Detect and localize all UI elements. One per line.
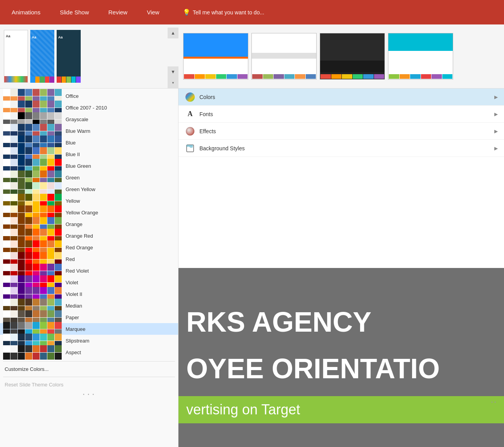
swatch-4-0 bbox=[3, 136, 10, 143]
color-scheme-item-21[interactable]: Slipstream bbox=[0, 335, 178, 346]
swatch-8-4 bbox=[33, 182, 40, 189]
swatch-8-5 bbox=[40, 182, 47, 189]
scroll-down-button[interactable]: ▼ bbox=[168, 66, 178, 77]
swatch-15-6 bbox=[47, 264, 54, 271]
theme-thumbnail-3[interactable]: Aa bbox=[56, 29, 80, 83]
swatch-12-7 bbox=[55, 229, 62, 236]
color-scheme-item-5[interactable]: Blue II bbox=[0, 148, 178, 160]
theme-thumbnail-2[interactable]: Aa bbox=[29, 29, 54, 83]
swatch-8-2 bbox=[18, 182, 25, 189]
tab-slideshow[interactable]: Slide Show bbox=[56, 6, 93, 19]
color-scheme-item-8[interactable]: Green Yellow bbox=[0, 183, 178, 195]
swatch-11-6 bbox=[47, 217, 54, 224]
swatch-4-4 bbox=[33, 136, 40, 143]
swatch-16-6 bbox=[47, 275, 54, 282]
swatch-4-6 bbox=[47, 136, 54, 143]
swatch-20-6 bbox=[47, 322, 54, 329]
big-thumb-white[interactable] bbox=[251, 33, 317, 80]
swatch-5-5 bbox=[40, 147, 47, 154]
swatch-21-5 bbox=[40, 334, 47, 341]
swatch-21-4 bbox=[33, 334, 40, 341]
color-scheme-item-20[interactable]: Marquee bbox=[0, 323, 178, 335]
swatch-9-5 bbox=[40, 194, 47, 201]
color-scheme-item-17[interactable]: Violet II bbox=[0, 288, 178, 300]
color-scheme-item-2[interactable]: Grayscale bbox=[0, 113, 178, 125]
color-scheme-item-13[interactable]: Red Orange bbox=[0, 242, 178, 253]
big-thumb-dark[interactable] bbox=[320, 33, 385, 80]
swatch-7-1 bbox=[10, 170, 17, 177]
swatch-13-2 bbox=[18, 240, 25, 247]
swatch-7-6 bbox=[47, 170, 54, 177]
fonts-arrow-icon: ▶ bbox=[494, 111, 498, 117]
color-scheme-item-1[interactable]: Office 2007 - 2010 bbox=[0, 102, 178, 113]
swatch-5-0 bbox=[3, 147, 10, 154]
bg-styles-icon bbox=[185, 143, 196, 154]
tab-review[interactable]: Review bbox=[104, 6, 131, 19]
separator-2 bbox=[3, 377, 175, 377]
swatch-14-0 bbox=[3, 252, 10, 259]
color-scheme-item-9[interactable]: Yellow bbox=[0, 195, 178, 207]
colors-label: Colors bbox=[199, 94, 494, 100]
color-scheme-item-15[interactable]: Red Violet bbox=[0, 265, 178, 277]
scroll-up-button[interactable]: ▲ bbox=[168, 28, 178, 38]
swatch-10-6 bbox=[47, 205, 54, 212]
swatch-0-0 bbox=[3, 89, 10, 96]
swatch-1-6 bbox=[47, 101, 54, 108]
effects-arrow-icon: ▶ bbox=[494, 129, 498, 134]
color-scheme-item-18[interactable]: Median bbox=[0, 300, 178, 311]
color-scheme-item-19[interactable]: Paper bbox=[0, 311, 178, 323]
swatch-17-0 bbox=[3, 287, 10, 294]
swatch-18-1 bbox=[10, 299, 17, 306]
swatch-4-3 bbox=[25, 136, 32, 143]
swatch-5-2 bbox=[18, 147, 25, 154]
bg-styles-menu-item[interactable]: Background Styles ▶ bbox=[178, 140, 504, 157]
color-scheme-item-11[interactable]: Orange bbox=[0, 218, 178, 230]
big-thumb-teal[interactable] bbox=[388, 33, 453, 80]
color-scheme-item-14[interactable]: Red bbox=[0, 253, 178, 265]
swatch-16-4 bbox=[33, 275, 40, 282]
swatch-22-12 bbox=[33, 353, 40, 360]
swatch-21-7 bbox=[55, 334, 62, 341]
swatch-22-13 bbox=[40, 353, 47, 360]
swatch-21-3 bbox=[25, 334, 32, 341]
color-scheme-item-12[interactable]: Orange Red bbox=[0, 230, 178, 242]
swatch-22-8 bbox=[3, 353, 10, 360]
scroll-expand-button[interactable]: ▼ bbox=[168, 77, 178, 88]
swatch-5-4 bbox=[33, 147, 40, 154]
color-scheme-name-12: Orange Red bbox=[66, 233, 93, 239]
swatch-10-1 bbox=[10, 205, 17, 212]
swatch-13-0 bbox=[3, 240, 10, 247]
swatch-6-0 bbox=[3, 159, 10, 166]
color-scheme-name-5: Blue II bbox=[66, 151, 80, 157]
swatch-9-1 bbox=[10, 194, 17, 201]
fonts-menu-item[interactable]: A Fonts ▶ bbox=[178, 106, 504, 123]
theme-thumbnail-1[interactable]: Aa bbox=[3, 29, 27, 83]
swatch-14-2 bbox=[18, 252, 25, 259]
customize-colors-button[interactable]: Customize Colors... bbox=[0, 363, 178, 375]
color-scheme-item-3[interactable]: Blue Warm bbox=[0, 125, 178, 137]
color-scheme-item-4[interactable]: Blue bbox=[0, 137, 178, 148]
color-scheme-item-0[interactable]: Office bbox=[0, 90, 178, 102]
tab-animations[interactable]: Animations bbox=[8, 6, 44, 19]
color-scheme-item-6[interactable]: Blue Green bbox=[0, 160, 178, 172]
swatch-7-2 bbox=[18, 170, 25, 177]
swatch-0-3 bbox=[25, 89, 32, 96]
color-scheme-item-10[interactable]: Yellow Orange bbox=[0, 207, 178, 218]
tab-view[interactable]: View bbox=[143, 6, 163, 19]
swatch-22-2 bbox=[18, 345, 25, 352]
color-scheme-item-16[interactable]: Violet bbox=[0, 277, 178, 288]
swatch-1-7 bbox=[55, 101, 62, 108]
colors-menu-item[interactable]: Colors ▶ bbox=[178, 89, 504, 106]
color-scheme-name-4: Blue bbox=[66, 140, 76, 146]
swatch-22-3 bbox=[25, 345, 32, 352]
theme-thumbnails-row: Aa Aa Aa bbox=[0, 24, 178, 89]
effects-menu-item[interactable]: Effects ▶ bbox=[178, 123, 504, 140]
ribbon-search-area: 💡 Tell me what you want to do... bbox=[183, 9, 264, 16]
swatch-15-1 bbox=[10, 264, 17, 271]
big-thumb-colorful[interactable] bbox=[183, 33, 248, 80]
swatch-9-4 bbox=[33, 194, 40, 201]
swatch-12-1 bbox=[10, 229, 17, 236]
swatch-16-5 bbox=[40, 275, 47, 282]
color-scheme-item-22[interactable]: Aspect bbox=[0, 346, 178, 358]
color-scheme-item-7[interactable]: Green bbox=[0, 172, 178, 183]
